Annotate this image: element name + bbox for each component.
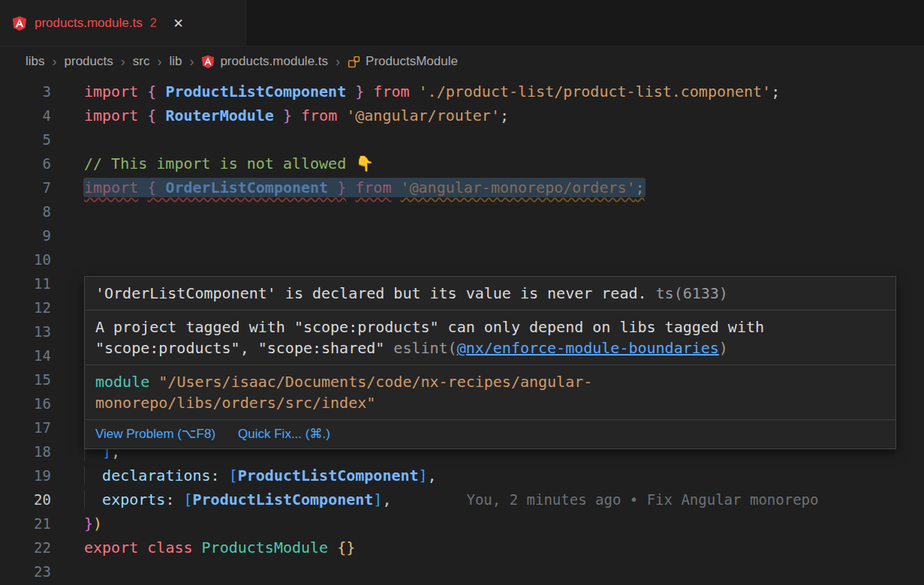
quick-fix-action[interactable]: Quick Fix... (⌘.) [238, 426, 330, 442]
code-token: ProductsModule [202, 538, 329, 556]
code-token: from [355, 178, 391, 196]
code-token: '@angular/router' [346, 106, 500, 124]
code-line[interactable]: 4import { RouterModule } from '@angular/… [0, 104, 924, 128]
breadcrumb-label: src [133, 54, 150, 69]
code-content [51, 248, 84, 272]
code-token: ProductListComponent [156, 82, 355, 100]
code-token: [ [229, 466, 238, 484]
chevron-right-icon: › [120, 54, 126, 70]
chevron-right-icon: › [335, 54, 341, 70]
line-number: 16 [0, 392, 51, 416]
line-number: 20 [0, 488, 51, 512]
line-number: 12 [0, 296, 51, 320]
code-line[interactable]: 6// This import is not allowed 👇 [0, 152, 924, 176]
code-token: '@angular-monorepo/orders' [400, 178, 635, 196]
code-content [51, 320, 84, 344]
code-line[interactable]: 10 [0, 248, 924, 272]
code-token: ) [93, 514, 102, 532]
code-token: : [211, 466, 229, 484]
code-content: import { ProductListComponent } from './… [51, 80, 780, 104]
code-token: ; [500, 106, 509, 124]
chevron-right-icon: › [188, 54, 194, 70]
code-content [51, 128, 84, 152]
code-token [328, 538, 337, 556]
code-token: ] [419, 466, 428, 484]
line-number: 18 [0, 440, 51, 464]
code-line[interactable]: 20 exports: [ProductListComponent],You, … [0, 488, 924, 512]
code-line[interactable]: 8 [0, 200, 924, 224]
hover-popup: 'OrderListComponent' is declared but its… [84, 276, 896, 449]
code-token: } [84, 514, 93, 532]
line-number: 10 [0, 248, 51, 272]
code-content: export class ProductsModule {} [51, 536, 355, 560]
close-icon[interactable]: ✕ [173, 16, 184, 31]
hover-section: A project tagged with "scope:products" c… [85, 310, 895, 365]
code-line[interactable]: 7import { OrderListComponent } from '@an… [0, 176, 924, 200]
line-number: 17 [0, 416, 51, 440]
breadcrumb-item-productsmodule[interactable]: ProductsModule [348, 54, 458, 69]
code-token: ; [636, 178, 645, 196]
git-blame-annotation: You, 2 minutes ago • Fix Angular monorep… [466, 491, 818, 508]
code-line[interactable]: 19 declarations: [ProductListComponent], [0, 464, 924, 488]
code-line[interactable]: 21}) [0, 512, 924, 536]
vscode-window: { "tab": { "title": "products.module.ts"… [0, 0, 924, 585]
line-number: 11 [0, 272, 51, 296]
line-number: 9 [0, 224, 51, 248]
code-token: } [355, 82, 364, 100]
editor[interactable]: 3import { ProductListComponent } from '.… [0, 76, 924, 584]
breadcrumb-item-libs[interactable]: libs [26, 54, 45, 69]
code-line[interactable]: 23 [0, 560, 924, 584]
code-token: import [84, 178, 138, 196]
tab-bar: products.module.ts 2 ✕ [0, 0, 924, 46]
class-icon [348, 56, 360, 68]
code-token: } [337, 178, 346, 196]
code-token: [ [183, 490, 192, 508]
code-token [138, 106, 147, 124]
code-token: './product-list/product-list.component' [419, 82, 772, 100]
code-token: class [147, 538, 192, 556]
line-number: 22 [0, 536, 51, 560]
view-problem-action[interactable]: View Problem (⌥F8) [95, 426, 215, 442]
tab-products-module[interactable]: products.module.ts 2 ✕ [0, 0, 246, 46]
code-content: declarations: [ProductListComponent], [51, 464, 437, 488]
code-line[interactable]: 22export class ProductsModule {} [0, 536, 924, 560]
line-number: 4 [0, 104, 51, 128]
code-token: , [428, 466, 437, 484]
code-token [410, 82, 419, 100]
chevron-right-icon: › [52, 54, 58, 70]
code-line[interactable]: 3import { ProductListComponent } from '.… [0, 80, 924, 104]
breadcrumb-item-lib[interactable]: lib [169, 54, 182, 69]
code-content [51, 272, 84, 296]
code-token: } [283, 106, 292, 124]
code-token: from [373, 82, 409, 100]
code-token: { [147, 82, 156, 100]
breadcrumb-label: lib [169, 54, 182, 69]
code-token: import [84, 106, 138, 124]
code-content [51, 344, 84, 368]
line-number: 3 [0, 80, 51, 104]
code-token [138, 82, 147, 100]
code-token [346, 178, 355, 196]
code-content [51, 296, 84, 320]
error-range-highlight: import { OrderListComponent } from '@ang… [84, 178, 645, 196]
hover-actions: View Problem (⌥F8)Quick Fix... (⌘.) [85, 420, 895, 448]
breadcrumb-item-products-module-ts[interactable]: products.module.ts [201, 54, 328, 69]
code-line[interactable]: 9 [0, 224, 924, 248]
hover-text: 'OrderListComponent' is declared but its… [95, 284, 647, 302]
code-content [51, 560, 84, 584]
code-content [51, 200, 84, 224]
code-token: { [147, 106, 156, 124]
code-content [51, 224, 84, 248]
tab-title: products.module.ts [35, 16, 143, 31]
breadcrumb-label: products [65, 54, 113, 69]
tab-dirty-badge: 2 [150, 16, 157, 30]
code-content: import { OrderListComponent } from '@ang… [51, 176, 645, 200]
code-token: 👇 [355, 154, 374, 172]
code-token [292, 106, 301, 124]
breadcrumb-item-src[interactable]: src [133, 54, 150, 69]
code-line[interactable]: 5 [0, 128, 924, 152]
code-content: }) [51, 512, 102, 536]
code-token: from [301, 106, 337, 124]
eslint-rule-link[interactable]: @nx/enforce-module-boundaries [457, 339, 719, 357]
breadcrumb-item-products[interactable]: products [65, 54, 113, 69]
